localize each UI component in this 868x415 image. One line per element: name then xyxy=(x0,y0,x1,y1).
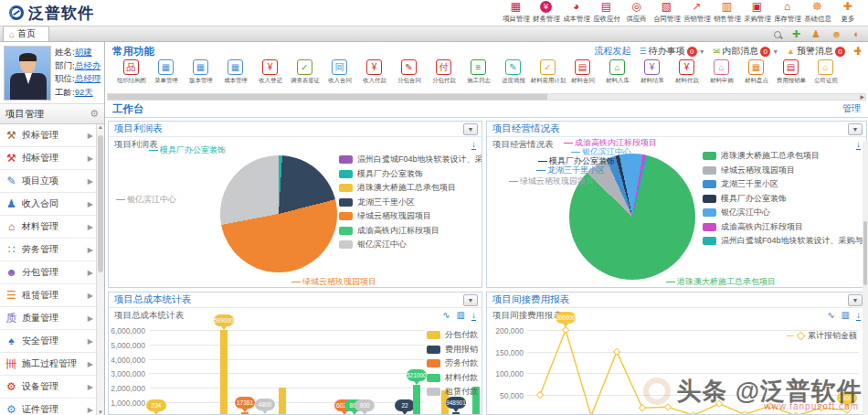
panel-title: 项目间接费用报表 xyxy=(492,293,569,306)
vest-icon[interactable]: ♟ xyxy=(811,29,820,39)
legend-item[interactable]: 港珠澳大桥施工总承包项目 xyxy=(703,149,866,164)
legend-item[interactable]: 银亿滨江中心 xyxy=(703,206,866,220)
function-调查表签证[interactable]: ✓调查表签证 xyxy=(288,59,322,92)
sidebar-item-招标管理[interactable]: ⚒招标管理▶ xyxy=(0,147,96,170)
panel-collapse-button[interactable]: ▼ xyxy=(463,294,478,306)
module-nav-item[interactable]: ▤应收应付 xyxy=(591,1,621,25)
function-组织结构图[interactable]: 品组织结构图 xyxy=(114,59,148,92)
bar-chart-icon[interactable]: ▥ xyxy=(842,310,850,321)
horizontal-scrollbar[interactable]: ▶ xyxy=(107,93,866,101)
sidebar-item-设备管理[interactable]: ⚙设备管理▶ xyxy=(0,376,96,399)
add-icon[interactable]: ✚ xyxy=(853,45,861,58)
sidebar-item-租赁管理[interactable]: ☰租赁管理▶ xyxy=(0,284,96,307)
download-icon[interactable]: ↓ xyxy=(856,310,861,321)
module-nav-item[interactable]: ▣采购管理 xyxy=(742,1,772,25)
module-nav-item[interactable]: ⌂库存管理 xyxy=(772,1,802,25)
function-分包付款[interactable]: 付分包付款 xyxy=(427,59,460,92)
sidebar-item-质量管理[interactable]: 质质量管理▶ xyxy=(0,307,96,330)
sidebar-item-劳务管理[interactable]: ∷劳务管理▶ xyxy=(0,239,96,261)
sidebar-item-项目立项[interactable]: ✎项目立项▶ xyxy=(0,170,96,193)
profile-field-value[interactable]: 总经办 xyxy=(75,60,101,70)
edge-icon[interactable]: ◖ xyxy=(852,29,859,39)
quicklink-预警消息[interactable]: ▲预警消息0 xyxy=(787,45,845,58)
function-收入付款[interactable]: ¥收入付款 xyxy=(357,59,391,92)
module-nav-item[interactable]: ↗营销管理 xyxy=(682,1,712,25)
sidebar-item-证件管理[interactable]: ⚙证件管理▶ xyxy=(0,399,96,415)
legend-item[interactable]: 绿城云栖玫瑰园项目 xyxy=(339,209,482,224)
sidebar-item-分包管理[interactable]: ☻分包管理▶ xyxy=(0,261,96,284)
module-nav-item[interactable]: ◕成本管理 xyxy=(561,1,591,25)
panel-collapse-button[interactable]: ▼ xyxy=(463,123,478,135)
panel-collapse-button[interactable]: ▼ xyxy=(848,294,863,306)
page-scrollbar[interactable] xyxy=(863,141,868,415)
legend-item[interactable]: 模具厂办公室装饰 xyxy=(703,192,866,207)
function-公司证照[interactable]: ⌂公司证照 xyxy=(809,59,842,92)
quicklink-待办事项[interactable]: ☰待办事项0▼ xyxy=(640,45,705,58)
function-菜单管理[interactable]: ▦菜单管理 xyxy=(149,59,183,92)
function-材料付款[interactable]: ¥材料付款 xyxy=(670,59,704,92)
legend-item[interactable]: 温州白鹭城F04b地块软装设计、采购与布置工程 xyxy=(339,153,482,167)
module-nav-item[interactable]: ▥销售管理 xyxy=(712,1,742,25)
function-材料申购[interactable]: ⌂材料申购 xyxy=(704,59,738,92)
module-nav-item[interactable]: ◎供应商 xyxy=(621,1,651,25)
module-nav-item[interactable]: ☸基础信息 xyxy=(802,1,832,25)
function-材料结算[interactable]: ¥材料结算 xyxy=(635,59,669,92)
panel-collapse-button[interactable]: ▼ xyxy=(848,123,863,135)
legend-item[interactable]: 温州白鹭城F04b地块软装设计、采购与布置工程 xyxy=(703,234,866,249)
module-nav-item[interactable]: ▦项目管理 xyxy=(501,1,531,25)
function-材料合同[interactable]: ▤材料合同 xyxy=(566,59,599,92)
function-版本管理[interactable]: ▦版本管理 xyxy=(184,59,217,92)
module-nav-item[interactable]: ¥财务管理 xyxy=(531,1,561,25)
search-icon[interactable] xyxy=(774,31,781,38)
legend-item[interactable]: 银亿滨江中心 xyxy=(339,238,482,252)
legend-item[interactable]: 绿城云栖玫瑰园项目 xyxy=(703,164,866,178)
supplier-icon: ◎ xyxy=(631,1,640,13)
sidebar-item-投标管理[interactable]: ⚒投标管理▶ xyxy=(0,124,96,147)
legend-item[interactable]: 费用报销 xyxy=(427,343,478,357)
expand-icon[interactable]: ✚ xyxy=(792,29,800,39)
function-收入合同[interactable]: 同收入合同 xyxy=(323,59,356,92)
function-施工日志[interactable]: ≡施工日志 xyxy=(461,59,495,92)
profile-field-value[interactable]: 总经理 xyxy=(75,73,101,83)
line-chart-icon[interactable]: ∿ xyxy=(827,310,834,321)
legend-item[interactable]: 成渝高铁内江标段项目 xyxy=(339,224,482,239)
legend-item[interactable]: 材料付款 xyxy=(427,371,478,386)
legend-item[interactable]: 龙湖三千里小区 xyxy=(703,177,866,192)
legend-item[interactable]: 模具厂办公室装饰 xyxy=(339,167,482,182)
function-材料需用计划[interactable]: ✓材料需用计划 xyxy=(531,59,565,92)
people-icon[interactable]: ☻ xyxy=(831,29,842,39)
legend-item[interactable]: 分包付款 xyxy=(427,328,478,343)
sidebar-item-材料管理[interactable]: ⌂材料管理▶ xyxy=(0,216,96,239)
function-材料盘点[interactable]: ▦材料盘点 xyxy=(739,59,773,92)
tab-home[interactable]: ⌂ 首页 xyxy=(3,26,49,41)
function-进度填报[interactable]: ✎进度填报 xyxy=(496,59,530,92)
data-point xyxy=(715,400,722,407)
sidebar-item-施工过程管理[interactable]: 卌施工过程管理▶ xyxy=(0,353,96,376)
profile-field-value[interactable]: 胡建 xyxy=(75,47,92,57)
launch-flow-link[interactable]: 流程发起 xyxy=(595,45,631,58)
function-费用报销单[interactable]: ▤费用报销单 xyxy=(774,59,808,92)
module-nav-item[interactable]: ✚更多 xyxy=(832,1,863,25)
download-icon[interactable]: ↓ xyxy=(471,139,476,150)
balloon-tail xyxy=(453,409,459,412)
bar-chart-icon[interactable]: ▥ xyxy=(457,310,465,321)
legend-item[interactable]: 劳务付款 xyxy=(427,356,478,371)
function-材料入库[interactable]: ⌂材料入库 xyxy=(600,59,634,92)
sidebar-item-安全管理[interactable]: ♠安全管理▶ xyxy=(0,330,96,353)
sidebar-item-收入合同[interactable]: ♟收入合同▶ xyxy=(0,193,96,216)
function-成本管理[interactable]: ▦成本管理 xyxy=(218,59,252,92)
legend-item[interactable]: 港珠澳大桥施工总承包项目 xyxy=(339,181,482,196)
manage-link[interactable]: 管理 xyxy=(842,102,861,115)
module-nav-item[interactable]: ▧合同管理 xyxy=(651,1,682,25)
download-icon[interactable]: ↓ xyxy=(471,310,476,321)
legend-item[interactable]: 租赁付款 xyxy=(427,385,478,399)
line-chart-icon[interactable]: ∿ xyxy=(442,310,450,321)
profile-field-value[interactable]: 92天 xyxy=(75,87,93,97)
gear-icon[interactable]: ⚙ xyxy=(90,108,99,120)
sidebar-scrollbar[interactable]: ▲▼ xyxy=(96,124,104,415)
function-分包合同[interactable]: ✎分包合同 xyxy=(392,59,426,92)
legend-item[interactable]: 成渝高铁内江标段项目 xyxy=(703,220,866,235)
quicklink-内部消息[interactable]: ✉内部消息0▼ xyxy=(714,45,778,58)
legend-item[interactable]: 龙湖三千里小区 xyxy=(339,196,482,210)
function-收入登记[interactable]: ¥收入登记 xyxy=(253,59,287,92)
